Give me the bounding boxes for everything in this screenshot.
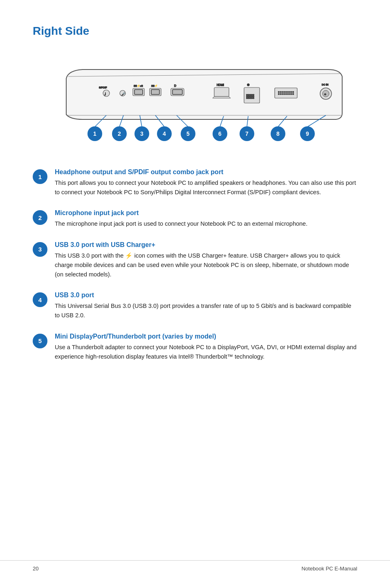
svg-point-33 <box>253 98 254 99</box>
port-badge-4: 4 <box>33 292 47 307</box>
svg-rect-15 <box>173 90 182 94</box>
port-content-4: USB 3.0 port This Universal Serial Bus 3… <box>55 292 357 320</box>
svg-point-30 <box>247 96 248 97</box>
svg-point-24 <box>248 94 249 96</box>
svg-text:⊕: ⊕ <box>247 83 250 87</box>
port-badge-3: 3 <box>33 242 47 257</box>
port-content-1: Headphone output and S/PDIF output combo… <box>55 168 357 197</box>
svg-point-40 <box>285 92 286 93</box>
port-title-3: USB 3.0 port with USB Charger+ <box>55 241 357 249</box>
svg-point-21 <box>250 94 251 96</box>
svg-point-35 <box>247 98 248 99</box>
svg-rect-12 <box>151 90 159 94</box>
svg-text:3: 3 <box>140 130 143 137</box>
svg-point-45 <box>278 94 280 95</box>
port-badge-5: 5 <box>33 334 47 348</box>
svg-text:8: 8 <box>276 130 280 137</box>
svg-point-52 <box>293 94 294 95</box>
svg-point-26 <box>250 96 251 97</box>
port-content-3: USB 3.0 port with USB Charger+ This USB … <box>55 241 357 280</box>
svg-text:9: 9 <box>306 130 309 137</box>
svg-text:♩: ♩ <box>104 92 106 96</box>
svg-point-23 <box>253 94 254 96</box>
port-desc-2: The microphone input jack port is used t… <box>55 219 357 229</box>
port-desc-1: This port allows you to connect your Not… <box>55 178 357 197</box>
svg-point-41 <box>287 92 288 93</box>
svg-text:HDMI: HDMI <box>217 83 224 86</box>
svg-text:1: 1 <box>93 130 96 137</box>
svg-text:6: 6 <box>218 130 222 137</box>
svg-point-51 <box>291 94 292 95</box>
svg-text:○: ○ <box>324 92 326 96</box>
svg-rect-9 <box>134 90 143 94</box>
svg-text:🎤: 🎤 <box>121 92 126 97</box>
svg-point-31 <box>250 98 251 99</box>
port-title-4: USB 3.0 port <box>55 292 357 299</box>
port-badge-2: 2 <box>33 210 47 225</box>
footer: 20 Notebook PC E-Manual <box>0 560 390 572</box>
svg-point-27 <box>251 96 253 97</box>
svg-point-38 <box>280 92 282 93</box>
svg-text:5: 5 <box>186 130 190 137</box>
svg-point-37 <box>278 92 280 93</box>
svg-marker-18 <box>213 97 231 98</box>
port-title-5: Mini DisplayPort/Thunderbolt port (varie… <box>55 333 357 340</box>
svg-rect-36 <box>275 88 297 98</box>
port-item-3: 3 USB 3.0 port with USB Charger+ This US… <box>33 241 357 280</box>
diagram-container: ♩ S/PDIF 🎤 SS⚡+S SS⚡ D <box>33 54 357 148</box>
port-list: 1 Headphone output and S/PDIF output com… <box>33 168 357 361</box>
port-item-5: 5 Mini DisplayPort/Thunderbolt port (var… <box>33 333 357 361</box>
svg-point-48 <box>285 94 286 95</box>
port-badge-1: 1 <box>33 169 47 184</box>
svg-point-47 <box>282 94 284 95</box>
port-content-2: Microphone input jack port The microphon… <box>55 209 357 229</box>
svg-text:4: 4 <box>163 130 166 137</box>
svg-text:7: 7 <box>245 130 249 137</box>
port-content-5: Mini DisplayPort/Thunderbolt port (varie… <box>55 333 357 361</box>
svg-text:2: 2 <box>118 130 121 137</box>
svg-point-42 <box>289 92 290 93</box>
svg-point-25 <box>247 94 248 96</box>
svg-text:S/PDIF: S/PDIF <box>99 86 107 89</box>
svg-point-29 <box>248 96 249 97</box>
svg-text:D: D <box>174 84 176 87</box>
svg-point-50 <box>289 94 290 95</box>
port-title-2: Microphone input jack port <box>55 209 357 217</box>
port-title-1: Headphone output and S/PDIF output combo… <box>55 168 357 176</box>
port-desc-5: Use a Thunderbolt adapter to connect you… <box>55 343 357 361</box>
port-item-2: 2 Microphone input jack port The microph… <box>33 209 357 229</box>
svg-point-46 <box>280 94 282 95</box>
svg-point-22 <box>251 94 253 96</box>
svg-point-28 <box>253 96 254 97</box>
port-desc-3: This USB 3.0 port with the ⚡ icon comes … <box>55 251 357 280</box>
svg-text:DC IN: DC IN <box>322 83 328 86</box>
port-desc-4: This Universal Serial Bus 3.0 (USB 3.0) … <box>55 301 357 320</box>
svg-point-32 <box>251 98 253 99</box>
svg-text:SS⚡+S: SS⚡+S <box>134 84 143 88</box>
svg-point-44 <box>293 92 294 93</box>
page-title: Right Side <box>33 25 357 38</box>
svg-point-43 <box>291 92 292 93</box>
port-item-4: 4 USB 3.0 port This Universal Serial Bus… <box>33 292 357 320</box>
svg-point-34 <box>248 98 249 99</box>
svg-point-39 <box>282 92 284 93</box>
footer-page-number: 20 <box>33 566 38 572</box>
svg-text:SS⚡: SS⚡ <box>151 84 158 88</box>
port-item-1: 1 Headphone output and S/PDIF output com… <box>33 168 357 197</box>
svg-point-49 <box>287 94 288 95</box>
svg-rect-17 <box>214 88 229 97</box>
footer-doc-title: Notebook PC E-Manual <box>301 566 357 572</box>
